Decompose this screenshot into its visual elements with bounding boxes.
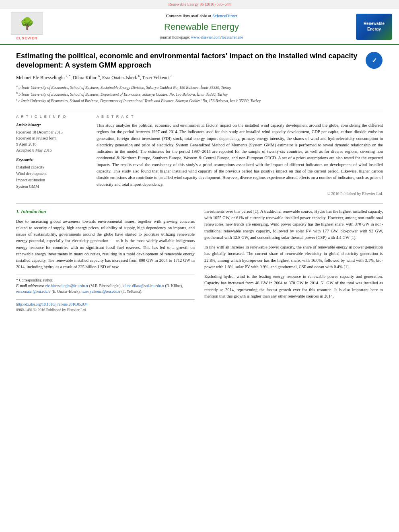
article-history: Article history: Received 18 December 20… bbox=[16, 122, 88, 153]
title-area: ✓ Estimating the political, economic and… bbox=[16, 51, 383, 70]
journal-citation: Renewable Energy 96 (2016) 636–644 bbox=[169, 2, 231, 6]
accepted-date: Accepted 8 May 2016 bbox=[16, 147, 88, 153]
affiliation-c: c c İzmir University of Economics, Schoo… bbox=[16, 97, 383, 104]
crossmark-badge: ✓ bbox=[365, 51, 383, 70]
email-4[interactable]: tezer.yelkenci@ieu.edu.tr bbox=[82, 290, 121, 294]
elsevier-logo: 🌳 ELSEVIER bbox=[11, 12, 43, 41]
homepage-label: journal homepage: bbox=[160, 35, 190, 39]
keyword-2: Wind development bbox=[16, 170, 88, 177]
doi-link[interactable]: http://dx.doi.org/10.1016/j.renene.2016.… bbox=[16, 302, 88, 306]
re-logo-area: RenewableEnergy bbox=[354, 12, 394, 41]
section-number: 1. bbox=[16, 209, 20, 214]
intro-right-para-2: In line with an increase in renewable po… bbox=[204, 244, 383, 270]
email-3[interactable]: esra.onater@ieu.edu.tr bbox=[16, 290, 51, 294]
journal-header: 🌳 ELSEVIER Contents lists available at S… bbox=[0, 9, 399, 45]
email-note: E-mail addresses: efe.biresselioglu@ieu.… bbox=[16, 283, 195, 295]
divider-2 bbox=[16, 203, 383, 203]
issn-line: 0960-1481/© 2016 Published by Elsevier L… bbox=[16, 308, 195, 313]
sciencedirect-line: Contents lists available at ScienceDirec… bbox=[53, 13, 350, 19]
email-list[interactable]: efe.biresselioglu@ieu.edu.tr bbox=[45, 284, 88, 288]
intro-right-col: investments over this period [1]. A trad… bbox=[204, 208, 383, 313]
author-2: Dilara Kilinc b, bbox=[73, 75, 102, 80]
info-abstract-section: A R T I C L E I N F O Article history: R… bbox=[16, 114, 383, 197]
copyright-line: © 2016 Published by Elsevier Ltd. bbox=[97, 191, 383, 197]
re-logo-box: RenewableEnergy bbox=[356, 14, 392, 40]
authors-line: Mehmet Efe Biresselioglu a, *, Dilara Ki… bbox=[16, 74, 383, 81]
keywords-list: Installed capacity Wind development Impa… bbox=[16, 164, 88, 190]
crossmark-icon: ✓ bbox=[366, 52, 383, 69]
journal-center-info: Contents lists available at ScienceDirec… bbox=[53, 12, 350, 41]
section-title: Introduction bbox=[21, 209, 46, 214]
author-3: Esra Onater-Isberk b, bbox=[102, 75, 142, 80]
article-title: Estimating the political, economic and e… bbox=[16, 51, 383, 70]
corresponding-label: * Corresponding author. bbox=[16, 278, 53, 282]
keywords-title: Keywords: bbox=[16, 157, 88, 163]
homepage-link[interactable]: www.elsevier.com/locate/renene bbox=[191, 35, 243, 39]
content-available-text: Contents lists available at bbox=[166, 13, 211, 18]
keyword-3: Impact estimation bbox=[16, 177, 88, 183]
intro-heading: 1. Introduction bbox=[16, 208, 195, 215]
keyword-1: Installed capacity bbox=[16, 164, 88, 170]
received-date: Received 18 December 2015 bbox=[16, 129, 88, 135]
history-title: Article history: bbox=[16, 122, 88, 128]
author-1: Mehmet Efe Biresselioglu a, *, bbox=[16, 75, 73, 80]
journal-title: Renewable Energy bbox=[53, 21, 350, 33]
email-2[interactable]: kilinc.dilara@std.ieu.edu.tr bbox=[122, 284, 164, 288]
abstract-col: A B S T R A C T This study analyzes the … bbox=[97, 114, 383, 197]
revised-label: Received in revised form bbox=[16, 135, 88, 141]
intro-right-para-1: investments over this period [1]. A trad… bbox=[204, 208, 383, 241]
email-label: E-mail addresses: bbox=[16, 284, 44, 288]
divider-1 bbox=[16, 110, 383, 110]
intro-right-para-3: Excluding hydro, wind is the leading ene… bbox=[204, 273, 383, 300]
corresponding-note: * Corresponding author. bbox=[16, 277, 195, 283]
affiliation-b: b b İzmir University of Economics, Schoo… bbox=[16, 91, 383, 97]
article-content: ✓ Estimating the political, economic and… bbox=[0, 45, 399, 319]
intro-left-col: 1. Introduction Due to increasing global… bbox=[16, 208, 195, 313]
affiliations: a a İzmir University of Economics, Schoo… bbox=[16, 84, 383, 104]
copyright-text: © 2016 Published by Elsevier Ltd. bbox=[327, 191, 383, 196]
re-logo-text: RenewableEnergy bbox=[364, 21, 385, 32]
elsevier-text: ELSEVIER bbox=[11, 36, 43, 41]
sciencedirect-link[interactable]: ScienceDirect bbox=[212, 13, 237, 18]
abstract-body: This study analyzes the political, econo… bbox=[97, 122, 383, 188]
abstract-paragraph: This study analyzes the political, econo… bbox=[97, 122, 383, 188]
author-4: Tezer Yelkenci c bbox=[142, 75, 172, 80]
bottom-footer: http://dx.doi.org/10.1016/j.renene.2016.… bbox=[16, 299, 195, 313]
article-info-col: A R T I C L E I N F O Article history: R… bbox=[16, 114, 88, 197]
footnotes: * Corresponding author. E-mail addresses… bbox=[16, 275, 195, 295]
revised-date: 9 April 2016 bbox=[16, 141, 88, 147]
intro-left-para: Due to increasing global awareness towar… bbox=[16, 218, 195, 271]
affiliation-a: a a İzmir University of Economics, Schoo… bbox=[16, 84, 383, 90]
elsevier-tree-icon: 🌳 bbox=[11, 12, 43, 35]
keywords-group: Keywords: Installed capacity Wind develo… bbox=[16, 157, 88, 190]
article-info-heading: A R T I C L E I N F O bbox=[16, 114, 88, 119]
svg-text:✓: ✓ bbox=[371, 57, 376, 64]
journal-citation-bar: Renewable Energy 96 (2016) 636–644 bbox=[0, 0, 399, 9]
journal-homepage-line: journal homepage: www.elsevier.com/locat… bbox=[53, 35, 350, 40]
abstract-heading: A B S T R A C T bbox=[97, 114, 383, 119]
introduction-section: 1. Introduction Due to increasing global… bbox=[16, 208, 383, 313]
keyword-4: System GMM bbox=[16, 183, 88, 190]
doi-line: http://dx.doi.org/10.1016/j.renene.2016.… bbox=[16, 302, 195, 307]
elsevier-logo-area: 🌳 ELSEVIER bbox=[5, 12, 49, 41]
